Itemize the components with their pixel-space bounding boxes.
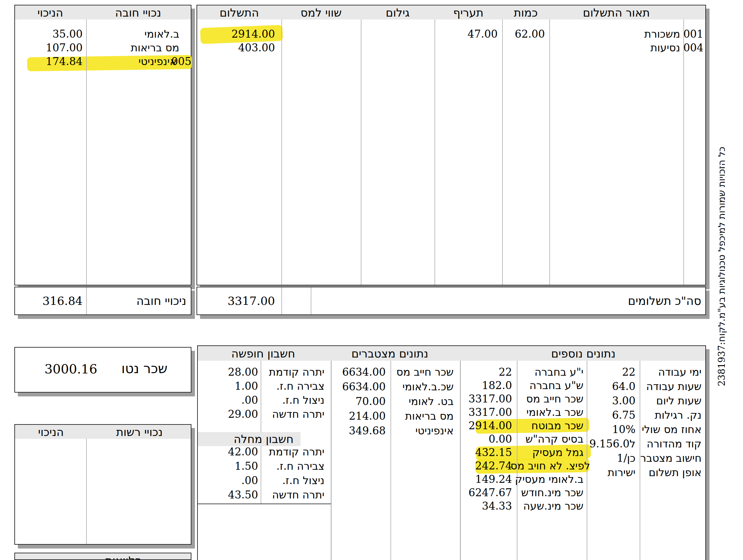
- payment-amount: 403.00: [197, 41, 275, 55]
- additional-label: ב.לאומי מעסיק: [517, 472, 583, 486]
- grossup-column-header: גילום: [361, 5, 435, 19]
- vacation-label: יתרה קודמת: [261, 365, 324, 379]
- additional-value: 34.33: [460, 499, 512, 513]
- payment-code: 004: [683, 41, 702, 55]
- mandatory-amount-column-header: הניכוי: [15, 5, 86, 19]
- additional-value: ל9.156.0: [587, 437, 636, 451]
- column-divider: [281, 19, 282, 285]
- sick-value: 43.50: [198, 488, 258, 502]
- additional-label: י"ע בחברה: [517, 365, 583, 379]
- deduction-amount: 35.00: [15, 27, 83, 41]
- sick-value: 1.50: [198, 459, 258, 473]
- additional-value: 432.15: [460, 446, 512, 460]
- deduction-amount: 174.84: [15, 54, 83, 68]
- deduction-label: מס בריאות: [86, 41, 179, 55]
- clipped-next-section-header: הלוואות: [14, 553, 191, 560]
- copyright-side-note: כל הזכויות שמורות למיכפל טכנולוגיות בע"מ…: [715, 147, 728, 374]
- additional-value: 6.75: [587, 408, 636, 422]
- additional-value: 149.24: [460, 472, 512, 486]
- optional-deductions-title: נכויי רשות: [87, 425, 192, 439]
- vacation-label: ניצול ח.ז.: [261, 393, 324, 407]
- mandatory-deductions-table: הניכוי נכויי חובה 35.00 ב.לאומי 107.00 מ…: [14, 5, 191, 285]
- additional-label: שכר חייב מס: [517, 392, 583, 406]
- additional-label: בסיס קרה"ש: [517, 432, 583, 446]
- payment-quantity: 62.00: [502, 27, 545, 41]
- column-divider: [86, 439, 87, 544]
- sick-value: 42.00: [198, 445, 258, 459]
- sick-label: צבירה ח.ז.: [261, 459, 324, 473]
- additional-value: 3.00: [587, 394, 636, 408]
- deduction-code: 005: [171, 54, 189, 68]
- payments-table: התשלום שווי למס גילום תעריף כמות תאור הת…: [196, 5, 706, 285]
- payment-description: משכורת: [549, 27, 680, 41]
- additional-label: חישוב מצטבר: [640, 451, 702, 465]
- payment-description: נסיעות: [549, 41, 680, 55]
- additional-value: 6247.67: [460, 486, 512, 500]
- column-divider: [435, 19, 435, 285]
- additional-label: שכר מינ.חודש: [517, 486, 583, 500]
- vacation-value: 1.00: [198, 379, 258, 393]
- additional-value: 3317.00: [460, 392, 512, 406]
- column-divider: [281, 287, 282, 315]
- column-divider: [502, 19, 503, 285]
- additional-label: ימי עבודה: [640, 365, 702, 379]
- additional-value: כן/1: [587, 451, 636, 465]
- additional-label: נק. רגילות: [640, 408, 702, 422]
- additional-value: 64.0: [587, 379, 636, 393]
- additional-value: 242.74: [460, 459, 512, 473]
- vacation-section-title: חשבון חופשה: [198, 346, 329, 361]
- column-divider: [311, 287, 311, 315]
- additional-value: ישירות: [587, 466, 636, 480]
- deduction-label: ב.לאומי: [86, 27, 179, 41]
- additional-label: ש"ע בחברה: [517, 379, 583, 392]
- additional-value: 3317.00: [460, 405, 512, 419]
- deduction-label: אינפיניטי: [86, 54, 177, 68]
- cumulative-section-title: נתונים מצטברים: [331, 346, 449, 361]
- mandatory-total-label: ניכויי חובה: [87, 294, 186, 308]
- payment-rate: 47.00: [435, 27, 498, 41]
- additional-value: 2914.00: [460, 419, 512, 433]
- payments-total-label: סה"כ תשלומים: [548, 294, 701, 308]
- optional-deductions-table: הניכוי נכויי רשות: [14, 424, 191, 545]
- additional-label: שכר ב.לאומי: [517, 405, 583, 419]
- quantity-column-header: כמות: [502, 5, 549, 19]
- section-bottom-border: [198, 504, 331, 504]
- additional-label: שכר מינ.שעה: [517, 499, 583, 513]
- additional-label: לפיצ. לא חויב מס: [517, 459, 590, 473]
- cumulative-value: 214.00: [331, 409, 386, 423]
- vacation-value: 29.00: [198, 407, 258, 421]
- cumulative-label: מס בריאות: [391, 409, 454, 423]
- additional-label: שכר מבוטח: [517, 419, 583, 433]
- tax-value-column-header: שווי למס: [281, 5, 361, 19]
- vacation-label: צבירה ח.ז.: [261, 379, 324, 393]
- mandatory-total-amount: 316.84: [15, 294, 83, 308]
- additional-label: שעות ליום: [640, 394, 702, 408]
- cumulative-label: שכ.ב.לאומי: [391, 380, 454, 394]
- cumulative-value: 6634.00: [331, 380, 386, 394]
- sick-value: .00: [198, 474, 258, 487]
- cumulative-label: בט. לאומי: [391, 394, 454, 409]
- mandatory-deductions-total-row: 316.84 ניכויי חובה: [14, 287, 191, 315]
- vacation-value: .00: [198, 393, 258, 407]
- bottom-data-table: חשבון חופשה נתונים מצטברים נתונים נוספים…: [197, 345, 706, 560]
- vacation-value: 28.00: [198, 365, 258, 379]
- additional-value: 10%: [587, 423, 636, 436]
- sick-label: ניצול ח.ז.: [261, 474, 324, 487]
- additional-section-title: נתונים נוספים: [460, 346, 707, 361]
- clipped-section-title: הלוואות: [55, 554, 191, 560]
- sick-label: יתרה חדשה: [261, 488, 324, 502]
- payment-column-header: התשלום: [197, 5, 281, 19]
- mandatory-deductions-title: נכויי חובה: [86, 5, 191, 19]
- cumulative-value: 6634.00: [331, 365, 386, 379]
- additional-label: אחוז מס שולי: [640, 423, 702, 436]
- column-divider: [683, 19, 684, 285]
- cumulative-value: 70.00: [331, 394, 386, 409]
- net-pay-amount: 3000.16: [28, 361, 97, 377]
- additional-value: 22: [587, 365, 636, 379]
- column-divider: [549, 19, 550, 285]
- additional-value: 22: [460, 365, 512, 379]
- rate-column-header: תעריף: [435, 5, 502, 19]
- cumulative-value: 349.68: [331, 424, 386, 438]
- additional-label: גמל מעסיק: [517, 446, 583, 460]
- net-pay-box: שכר נטו 3000.16: [14, 347, 191, 392]
